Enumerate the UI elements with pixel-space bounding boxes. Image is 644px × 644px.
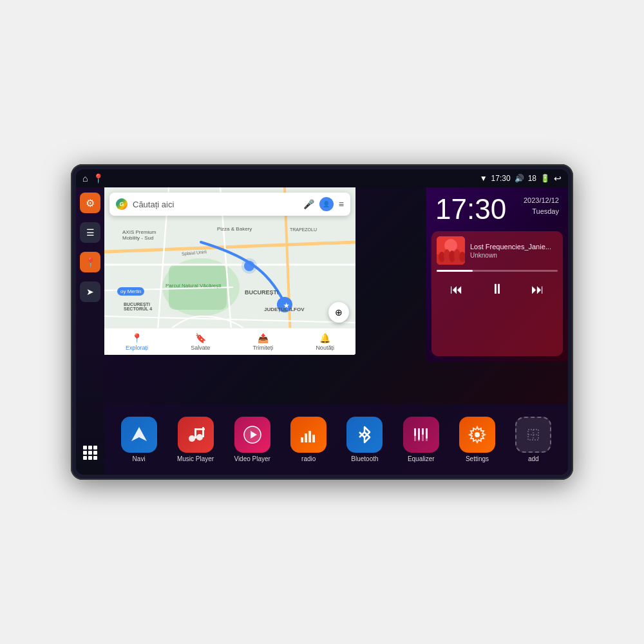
sidebar-files-btn[interactable]: ☰ bbox=[80, 222, 100, 243]
clock-date: 2023/12/12 Tuesday bbox=[524, 195, 559, 216]
left-sidebar: ⚙ ☰ 📍 ➤ bbox=[76, 187, 104, 475]
svg-rect-43 bbox=[418, 437, 420, 440]
radio-label: radio bbox=[301, 455, 316, 462]
progress-bar-container[interactable] bbox=[437, 270, 558, 272]
map-tab-share[interactable]: 📤 Trimiteți bbox=[253, 333, 274, 351]
map-label-trapez: TRAPEZOLU bbox=[290, 227, 317, 232]
sidebar-map-btn[interactable]: 📍 bbox=[80, 252, 100, 272]
svg-point-50 bbox=[475, 432, 480, 437]
status-left: ⌂ 📍 bbox=[82, 173, 104, 184]
saved-icon: 🔖 bbox=[195, 333, 206, 343]
sidebar-apps-btn[interactable] bbox=[80, 442, 100, 463]
next-track-btn[interactable]: ⏭ bbox=[526, 279, 549, 299]
map-search-bar[interactable]: G Căutați aici 🎤 👤 ≡ bbox=[109, 193, 350, 216]
map-widget[interactable]: ★ AXIS PremiumMobility - Sud Pizza & Bak… bbox=[104, 187, 355, 355]
location-crosshair-icon: ⊕ bbox=[335, 307, 343, 317]
svg-rect-40 bbox=[414, 433, 416, 436]
map-label-pizza: Pizza & Bakery bbox=[217, 226, 252, 232]
device-screen: ⌂ 📍 ▼ 17:30 🔊 18 🔋 ↩ bbox=[76, 169, 568, 475]
app-bluetooth[interactable]: Bluetooth bbox=[346, 417, 383, 462]
clock-date-value: 2023/12/12 bbox=[524, 195, 559, 206]
files-icon: ☰ bbox=[86, 227, 95, 238]
svg-point-24 bbox=[189, 435, 195, 442]
clock-day-value: Tuesday bbox=[524, 206, 559, 217]
map-tab-saved-label: Salvate bbox=[191, 345, 210, 351]
svg-rect-34 bbox=[312, 435, 315, 442]
album-art bbox=[437, 236, 465, 265]
navi-icon-box bbox=[121, 417, 157, 453]
volume-icon: 🔊 bbox=[515, 174, 524, 183]
status-bar: ⌂ 📍 ▼ 17:30 🔊 18 🔋 ↩ bbox=[76, 169, 568, 187]
user-avatar[interactable]: 👤 bbox=[319, 197, 334, 211]
map-label-park: Parcul Natural Văcărești bbox=[166, 283, 221, 289]
battery-icon: 🔋 bbox=[540, 174, 550, 183]
svg-rect-28 bbox=[194, 428, 205, 430]
right-panel: 17:30 2023/12/12 Tuesday bbox=[426, 187, 568, 361]
svg-marker-23 bbox=[131, 427, 147, 441]
map-search-text: Căutați aici bbox=[133, 200, 298, 209]
app-video-player[interactable]: Video Player bbox=[234, 417, 270, 462]
map-bottom-tabs: 📍 Explorați 🔖 Salvate 📤 Trimiteți bbox=[104, 328, 355, 355]
map-location-btn[interactable]: ⊕ bbox=[328, 302, 349, 323]
music-artist: Unknown bbox=[470, 252, 558, 259]
battery-level: 18 bbox=[528, 174, 536, 183]
map-tab-share-label: Trimiteți bbox=[253, 345, 274, 351]
app-equalizer[interactable]: Equalizer bbox=[403, 417, 439, 462]
map-tab-explore[interactable]: 📍 Explorați bbox=[126, 333, 148, 351]
map-pin-merlin: oy Merlin bbox=[117, 287, 144, 296]
status-right: ▼ 17:30 🔊 18 🔋 ↩ bbox=[480, 173, 562, 184]
map-label-axis: AXIS PremiumMobility - Sud bbox=[122, 229, 156, 241]
app-dock: Navi Music Player bbox=[104, 404, 568, 475]
svg-point-14 bbox=[242, 258, 257, 274]
sidebar-settings-btn[interactable]: ⚙ bbox=[80, 193, 100, 213]
add-label: add bbox=[528, 455, 539, 462]
app-navi[interactable]: Navi bbox=[121, 417, 157, 462]
music-text: Lost Frequencies_Janie... Unknown bbox=[470, 243, 558, 259]
add-icon-box bbox=[515, 417, 551, 453]
bluetooth-icon-box bbox=[346, 417, 383, 453]
device-frame: ⌂ 📍 ▼ 17:30 🔊 18 🔋 ↩ bbox=[71, 164, 573, 480]
app-radio[interactable]: radio bbox=[290, 417, 327, 462]
prev-track-btn[interactable]: ⏮ bbox=[445, 279, 468, 299]
sidebar-nav-btn[interactable]: ➤ bbox=[80, 281, 100, 302]
svg-rect-48 bbox=[426, 428, 428, 437]
map-menu-icon[interactable]: ≡ bbox=[339, 199, 344, 209]
back-icon[interactable]: ↩ bbox=[554, 173, 562, 184]
settings-icon: ⚙ bbox=[86, 197, 95, 209]
share-icon: 📤 bbox=[258, 333, 269, 343]
svg-rect-33 bbox=[308, 431, 311, 442]
mic-icon[interactable]: 🎤 bbox=[303, 199, 314, 209]
progress-bar-fill bbox=[437, 270, 473, 272]
svg-rect-42 bbox=[418, 428, 420, 439]
equalizer-icon-box bbox=[403, 417, 439, 453]
app-music-player[interactable]: Music Player bbox=[177, 417, 214, 462]
music-info: Lost Frequencies_Janie... Unknown bbox=[437, 236, 558, 265]
map-background: ★ AXIS PremiumMobility - Sud Pizza & Bak… bbox=[104, 187, 355, 355]
home-icon[interactable]: ⌂ bbox=[82, 173, 88, 184]
center-content: ★ AXIS PremiumMobility - Sud Pizza & Bak… bbox=[104, 187, 568, 475]
maps-icon[interactable]: 📍 bbox=[93, 173, 104, 184]
navi-label: Navi bbox=[133, 455, 146, 462]
map-label-buc: BUCUREȘTI bbox=[245, 289, 279, 296]
music-title: Lost Frequencies_Janie... bbox=[470, 243, 558, 251]
music-controls: ⏮ ⏸ ⏭ bbox=[437, 278, 558, 300]
map-label-sector4: BUCUREȘTISECTORUL 4 bbox=[124, 302, 152, 311]
settings-label: Settings bbox=[466, 455, 489, 462]
explore-icon: 📍 bbox=[131, 333, 142, 343]
map-tab-saved[interactable]: 🔖 Salvate bbox=[191, 333, 210, 351]
map-pin-icon: 📍 bbox=[85, 257, 96, 267]
google-maps-logo: G bbox=[116, 198, 128, 210]
app-settings[interactable]: Settings bbox=[459, 417, 495, 462]
map-tab-news[interactable]: 🔔 Noutăți bbox=[316, 333, 334, 351]
radio-icon-box bbox=[290, 417, 327, 453]
app-add[interactable]: add bbox=[515, 417, 551, 462]
svg-marker-35 bbox=[365, 427, 370, 442]
map-tab-news-label: Noutăți bbox=[316, 345, 334, 351]
music-player-widget: Lost Frequencies_Janie... Unknown ⏮ ⏸ ⏭ bbox=[431, 231, 563, 356]
bluetooth-label: Bluetooth bbox=[351, 455, 378, 462]
svg-rect-31 bbox=[301, 437, 303, 442]
video-player-icon-box bbox=[234, 417, 270, 453]
svg-point-25 bbox=[196, 434, 203, 440]
video-player-label: Video Player bbox=[234, 455, 270, 462]
pause-btn[interactable]: ⏸ bbox=[485, 278, 509, 300]
